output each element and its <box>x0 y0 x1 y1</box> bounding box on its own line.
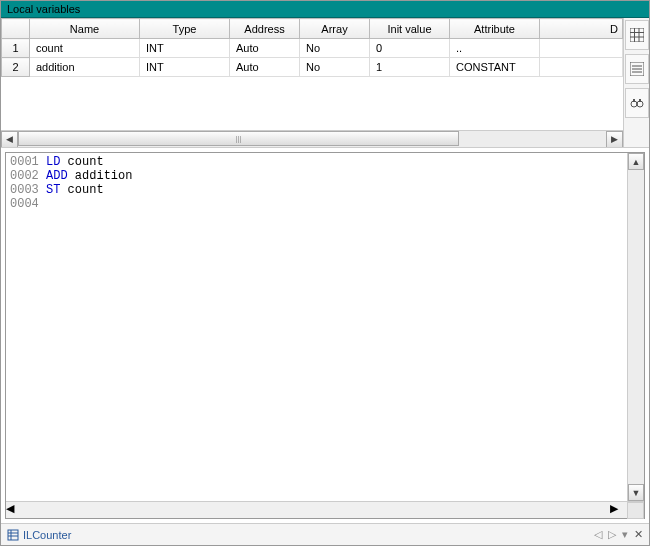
scroll-left-button[interactable]: ◀ <box>1 131 18 148</box>
svg-rect-11 <box>633 99 635 102</box>
cell-d[interactable] <box>540 58 623 77</box>
cell-attribute[interactable]: .. <box>450 39 540 58</box>
cell-name[interactable]: count <box>30 39 140 58</box>
grid-view-button[interactable] <box>625 20 649 50</box>
col-type[interactable]: Type <box>140 19 230 39</box>
scroll-right-button[interactable]: ▶ <box>610 502 627 518</box>
col-address[interactable]: Address <box>230 19 300 39</box>
nav-prev-button[interactable]: ◁ <box>594 528 602 541</box>
cell-init[interactable]: 0 <box>370 39 450 58</box>
cell-type[interactable]: INT <box>140 39 230 58</box>
grid-icon <box>630 28 644 42</box>
cell-name[interactable]: addition <box>30 58 140 77</box>
list-view-button[interactable] <box>625 54 649 84</box>
close-button[interactable]: ✕ <box>634 528 643 541</box>
grid-h-scrollbar[interactable]: ◀ ||| ▶ <box>1 130 623 147</box>
cell-rownum: 2 <box>2 58 30 77</box>
variables-table: Name Type Address Array Init value Attri… <box>1 18 623 77</box>
find-button[interactable] <box>625 88 649 118</box>
code-editor: 0001 LD count 0002 ADD addition 0003 ST … <box>5 152 645 519</box>
col-d[interactable]: D <box>540 19 623 39</box>
table-row[interactable]: 2 addition INT Auto No 1 CONSTANT <box>2 58 623 77</box>
cell-array[interactable]: No <box>300 58 370 77</box>
scroll-right-button[interactable]: ▶ <box>606 131 623 148</box>
scroll-left-button[interactable]: ◀ <box>6 502 23 518</box>
cell-d[interactable] <box>540 39 623 58</box>
code-h-scrollbar[interactable]: ◀ ▶ <box>6 501 644 518</box>
scroll-track[interactable]: ||| <box>18 131 606 148</box>
scroll-up-button[interactable]: ▲ <box>628 153 644 170</box>
col-array[interactable]: Array <box>300 19 370 39</box>
cell-array[interactable]: No <box>300 39 370 58</box>
scroll-thumb[interactable]: ||| <box>18 131 459 146</box>
svg-rect-14 <box>8 530 18 540</box>
table-row[interactable]: 1 count INT Auto No 0 .. <box>2 39 623 58</box>
col-init-value[interactable]: Init value <box>370 19 450 39</box>
scroll-track[interactable] <box>23 502 610 518</box>
code-v-scrollbar[interactable]: ▲ ▼ <box>627 153 644 501</box>
scroll-track[interactable] <box>628 170 644 484</box>
nav-dropdown-button[interactable]: ▾ <box>622 528 628 541</box>
binoculars-icon <box>630 97 644 109</box>
col-name[interactable]: Name <box>30 19 140 39</box>
cell-attribute[interactable]: CONSTANT <box>450 58 540 77</box>
list-icon <box>630 62 644 76</box>
table-header-row: Name Type Address Array Init value Attri… <box>2 19 623 39</box>
scroll-down-button[interactable]: ▼ <box>628 484 644 501</box>
side-toolbar <box>623 18 649 147</box>
nav-next-button[interactable]: ▷ <box>608 528 616 541</box>
cell-address[interactable]: Auto <box>230 58 300 77</box>
cell-init[interactable]: 1 <box>370 58 450 77</box>
cell-address[interactable]: Auto <box>230 39 300 58</box>
col-rownum[interactable] <box>2 19 30 39</box>
cell-rownum: 1 <box>2 39 30 58</box>
document-icon <box>7 529 19 541</box>
status-bar: ILCounter ◁ ▷ ▾ ✕ <box>1 523 649 545</box>
status-label[interactable]: ILCounter <box>23 529 71 541</box>
col-attribute[interactable]: Attribute <box>450 19 540 39</box>
svg-rect-12 <box>639 99 641 102</box>
svg-rect-0 <box>630 28 644 42</box>
scroll-corner <box>627 502 644 519</box>
variables-section: Name Type Address Array Init value Attri… <box>1 18 649 148</box>
panel-title: Local variables <box>1 1 649 18</box>
cell-type[interactable]: INT <box>140 58 230 77</box>
code-text[interactable]: 0001 LD count 0002 ADD addition 0003 ST … <box>6 153 627 501</box>
